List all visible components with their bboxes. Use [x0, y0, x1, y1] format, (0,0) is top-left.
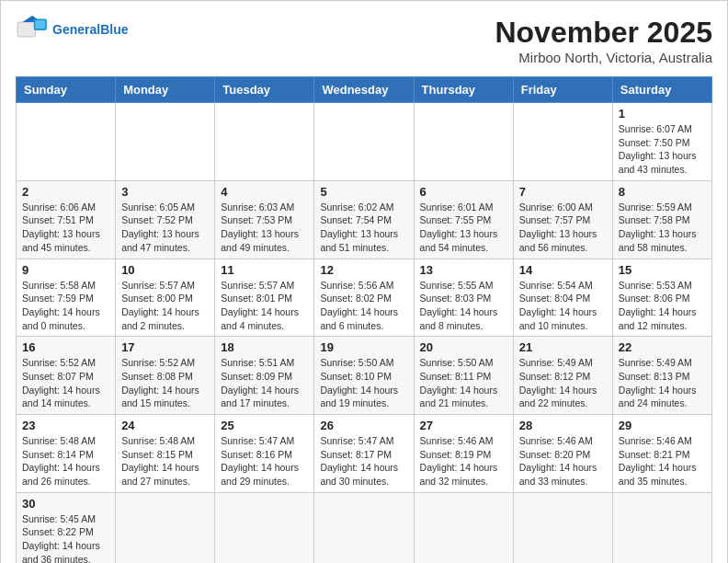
day-11: 11 Sunrise: 5:57 AM Sunset: 8:01 PM Dayl… [215, 259, 314, 337]
week-row-4: 16 Sunrise: 5:52 AM Sunset: 8:07 PM Dayl… [17, 337, 712, 415]
header-saturday: Saturday [612, 77, 711, 103]
day-16: 16 Sunrise: 5:52 AM Sunset: 8:07 PM Dayl… [17, 337, 116, 415]
day-7: 7 Sunrise: 6:00 AM Sunset: 7:57 PM Dayli… [513, 180, 612, 259]
day-3: 3 Sunrise: 6:05 AM Sunset: 7:52 PM Dayli… [116, 180, 215, 259]
day-10: 10 Sunrise: 5:57 AM Sunset: 8:00 PM Dayl… [116, 259, 215, 337]
day-18: 18 Sunrise: 5:51 AM Sunset: 8:09 PM Dayl… [215, 337, 314, 415]
weekday-header-row: Sunday Monday Tuesday Wednesday Thursday… [17, 77, 712, 103]
empty-cell [612, 492, 711, 563]
day-21: 21 Sunrise: 5:49 AM Sunset: 8:12 PM Dayl… [513, 337, 612, 415]
title-section: November 2025 Mirboo North, Victoria, Au… [495, 16, 712, 65]
empty-cell [414, 103, 513, 181]
empty-cell [414, 492, 513, 563]
day-8: 8 Sunrise: 5:59 AM Sunset: 7:58 PM Dayli… [612, 180, 711, 259]
week-row-1: 1 Sunrise: 6:07 AM Sunset: 7:50 PM Dayli… [17, 103, 712, 181]
day-4: 4 Sunrise: 6:03 AM Sunset: 7:53 PM Dayli… [215, 180, 314, 259]
header-tuesday: Tuesday [215, 77, 314, 103]
day-19: 19 Sunrise: 5:50 AM Sunset: 8:10 PM Dayl… [314, 337, 414, 415]
empty-cell [314, 103, 414, 181]
location-title: Mirboo North, Victoria, Australia [495, 50, 712, 65]
header-sunday: Sunday [17, 77, 116, 103]
day-17: 17 Sunrise: 5:52 AM Sunset: 8:08 PM Dayl… [116, 337, 215, 415]
empty-cell [116, 103, 215, 181]
empty-cell [513, 492, 612, 563]
empty-cell [116, 492, 215, 563]
day-30: 30 Sunrise: 5:45 AM Sunset: 8:22 PM Dayl… [17, 492, 116, 563]
day-13: 13 Sunrise: 5:55 AM Sunset: 8:03 PM Dayl… [414, 259, 513, 337]
calendar-table: Sunday Monday Tuesday Wednesday Thursday… [16, 76, 712, 563]
logo: GeneralBlue [16, 16, 128, 43]
day-29: 29 Sunrise: 5:46 AM Sunset: 8:21 PM Dayl… [612, 415, 711, 493]
empty-cell [314, 492, 414, 563]
day-12: 12 Sunrise: 5:56 AM Sunset: 8:02 PM Dayl… [314, 259, 414, 337]
day-5: 5 Sunrise: 6:02 AM Sunset: 7:54 PM Dayli… [314, 180, 414, 259]
day-28: 28 Sunrise: 5:46 AM Sunset: 8:20 PM Dayl… [513, 415, 612, 493]
empty-cell [513, 103, 612, 181]
logo-text: GeneralBlue [52, 22, 128, 38]
day-6: 6 Sunrise: 6:01 AM Sunset: 7:55 PM Dayli… [414, 180, 513, 259]
week-row-2: 2 Sunrise: 6:06 AM Sunset: 7:51 PM Dayli… [17, 180, 712, 259]
day-22: 22 Sunrise: 5:49 AM Sunset: 8:13 PM Dayl… [612, 337, 711, 415]
day-20: 20 Sunrise: 5:50 AM Sunset: 8:11 PM Dayl… [414, 337, 513, 415]
day-24: 24 Sunrise: 5:48 AM Sunset: 8:15 PM Dayl… [116, 415, 215, 493]
calendar-container: GeneralBlue November 2025 Mirboo North, … [0, 0, 728, 563]
day-14: 14 Sunrise: 5:54 AM Sunset: 8:04 PM Dayl… [513, 259, 612, 337]
header-thursday: Thursday [414, 77, 513, 103]
week-row-6: 30 Sunrise: 5:45 AM Sunset: 8:22 PM Dayl… [17, 492, 712, 563]
day-9: 9 Sunrise: 5:58 AM Sunset: 7:59 PM Dayli… [17, 259, 116, 337]
logo-general: General [52, 22, 100, 37]
logo-icon [16, 16, 49, 43]
day-25: 25 Sunrise: 5:47 AM Sunset: 8:16 PM Dayl… [215, 415, 314, 493]
month-title: November 2025 [495, 16, 712, 50]
svg-rect-3 [36, 20, 46, 29]
day-2: 2 Sunrise: 6:06 AM Sunset: 7:51 PM Dayli… [17, 180, 116, 259]
empty-cell [215, 492, 314, 563]
header-wednesday: Wednesday [314, 77, 414, 103]
day-23: 23 Sunrise: 5:48 AM Sunset: 8:14 PM Dayl… [17, 415, 116, 493]
day-27: 27 Sunrise: 5:46 AM Sunset: 8:19 PM Dayl… [414, 415, 513, 493]
day-26: 26 Sunrise: 5:47 AM Sunset: 8:17 PM Dayl… [314, 415, 414, 493]
week-row-5: 23 Sunrise: 5:48 AM Sunset: 8:14 PM Dayl… [17, 415, 712, 493]
empty-cell [215, 103, 314, 181]
week-row-3: 9 Sunrise: 5:58 AM Sunset: 7:59 PM Dayli… [17, 259, 712, 337]
logo-blue: Blue [100, 22, 128, 37]
header-monday: Monday [116, 77, 215, 103]
day-1: 1 Sunrise: 6:07 AM Sunset: 7:50 PM Dayli… [612, 103, 711, 181]
calendar-header: GeneralBlue November 2025 Mirboo North, … [16, 16, 712, 65]
empty-cell [17, 103, 116, 181]
day-15: 15 Sunrise: 5:53 AM Sunset: 8:06 PM Dayl… [612, 259, 711, 337]
header-friday: Friday [513, 77, 612, 103]
svg-rect-0 [17, 22, 35, 37]
